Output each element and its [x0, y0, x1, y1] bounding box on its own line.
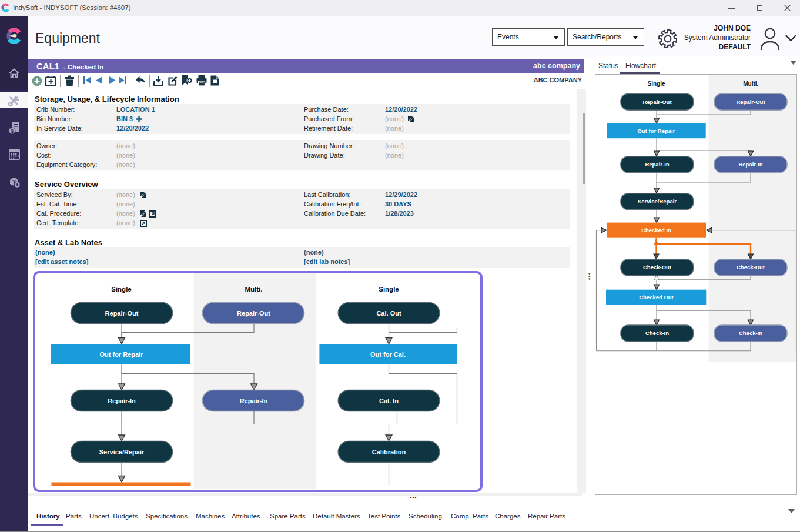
svg-text:Repair-In: Repair-In: [108, 397, 136, 404]
svg-text:Repair-Out: Repair-Out: [237, 310, 270, 317]
svg-text:Check-Out: Check-Out: [737, 264, 765, 270]
svg-text:Single: Single: [379, 286, 399, 293]
svg-text:Checked Out: Checked Out: [639, 294, 674, 300]
svg-text:Repair-Out: Repair-Out: [105, 310, 139, 317]
svg-text:Repair-In: Repair-In: [645, 161, 669, 168]
svg-text:Service/Repair: Service/Repair: [638, 198, 677, 205]
svg-text:Multi.: Multi.: [743, 81, 758, 87]
svg-text:Cal. Out: Cal. Out: [376, 310, 401, 317]
svg-text:Cal. In: Cal. In: [379, 397, 399, 404]
svg-text:Repair-Out: Repair-Out: [642, 99, 672, 105]
svg-text:Check-In: Check-In: [645, 330, 669, 336]
svg-text:Out for Cal.: Out for Cal.: [370, 351, 406, 358]
svg-text:Repair-Out: Repair-Out: [736, 99, 765, 105]
svg-text:Out for Repair: Out for Repair: [638, 128, 675, 134]
svg-text:Out for Repair: Out for Repair: [100, 351, 144, 358]
svg-text:Multi.: Multi.: [245, 286, 262, 293]
svg-text:$: $: [11, 128, 14, 134]
svg-text:Check-In: Check-In: [739, 330, 762, 336]
svg-text:Repair-In: Repair-In: [738, 161, 762, 168]
svg-text:Check-Out: Check-Out: [643, 264, 672, 270]
svg-text:Service/Repair: Service/Repair: [99, 449, 145, 456]
svg-text:Single: Single: [111, 286, 132, 293]
svg-text:Checked In: Checked In: [641, 227, 671, 233]
svg-text:Calibration: Calibration: [372, 449, 406, 456]
svg-text:Repair-In: Repair-In: [240, 397, 268, 404]
svg-text:Single: Single: [647, 81, 665, 87]
